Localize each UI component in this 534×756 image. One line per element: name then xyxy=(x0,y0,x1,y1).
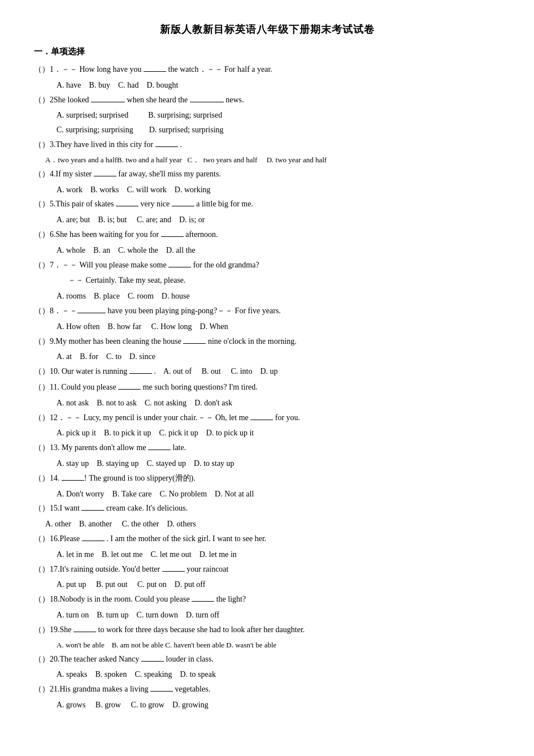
options-14: A. Don't worry B. Take care C. No proble… xyxy=(57,487,500,501)
question-9: （）9.My mother has been cleaning the hous… xyxy=(34,335,500,348)
question-14: （）14. ! The ground is too slippery(滑的). xyxy=(34,472,500,485)
options-17: A. put up B. put out C. put on D. put of… xyxy=(57,578,500,591)
options-1: A. have B. buy C. had D. bought xyxy=(57,79,500,92)
options-15: A. other B. another C. the other D. othe… xyxy=(45,517,500,531)
options-13: A. stay up B. staying up C. stayed up D.… xyxy=(57,457,500,470)
question-12: （）12．－－ Lucy, my pencil is under your ch… xyxy=(34,411,500,425)
options-6: A. whole B. an C. whole the D. all the xyxy=(57,244,500,257)
question-10: （）10. Our water is running . A. out of B… xyxy=(34,365,500,378)
options-12: A. pick up it B. to pick it up C. pick i… xyxy=(57,426,500,440)
question-13: （）13. My parents don't allow me late. xyxy=(34,441,500,455)
question-19: （）19.She to work for three days because … xyxy=(34,623,500,637)
question-3: （）3.They have lived in this city for . xyxy=(34,138,500,152)
question-18: （）18.Nobody is in the room. Could you pl… xyxy=(34,593,500,606)
question-7: （）7．－－ Will you please make some for the… xyxy=(34,258,500,272)
question-7-sub: －－ Certainly. Take my seat, please. xyxy=(68,274,500,287)
question-17: （）17.It's raining outside. You'd better … xyxy=(34,563,500,576)
options-2a: A. surprised; surprised B. surprising; s… xyxy=(57,109,500,122)
page-title: 新版人教新目标英语八年级下册期末考试试卷 xyxy=(34,23,500,36)
question-21: （）21.His grandma makes a living vegetabl… xyxy=(34,682,500,696)
question-5: （）5.This pair of skates very nice a litt… xyxy=(34,197,500,211)
question-20: （）20.The teacher asked Nancy louder in c… xyxy=(34,653,500,666)
question-8: （）8．－－ have you been playing ping-pong?－… xyxy=(34,304,500,318)
options-3: A．two years and a halfB. two and a half … xyxy=(45,154,500,166)
options-16: A. let in me B. let out me C. let me out… xyxy=(57,548,500,561)
question-2: （）2She looked when she heard the news. xyxy=(34,93,500,107)
options-2b: C. surprising; surprising D. surprised; … xyxy=(57,123,500,137)
options-21: A. grows B. grow C. to grow D. growing xyxy=(57,698,500,712)
options-11: A. not ask B. not to ask C. not asking D… xyxy=(57,396,500,410)
question-11: （）11. Could you please me such boring qu… xyxy=(34,381,500,394)
options-9: A. at B. for C. to D. since xyxy=(57,350,500,364)
question-15: （）15.I want cream cake. It's delicious. xyxy=(34,502,500,515)
question-4: （）4.If my sister far away, she'll miss m… xyxy=(34,167,500,181)
options-7: A. rooms B. place C. room D. house xyxy=(57,290,500,303)
question-16: （）16.Please . I am the mother of the sic… xyxy=(34,532,500,546)
options-8: A. How often B. how far C. How long D. W… xyxy=(57,320,500,334)
options-5: A. are; but B. is; but C. are; and D. is… xyxy=(57,213,500,227)
question-6: （）6.She has been waiting for you for aft… xyxy=(34,228,500,241)
options-20: A. speaks B. spoken C. speaking D. to sp… xyxy=(57,668,500,681)
section-title: 一．单项选择 xyxy=(34,46,500,57)
options-18: A. turn on B. turn up C. turn down D. tu… xyxy=(57,608,500,622)
options-4: A. work B. works C. will work D. working xyxy=(57,183,500,197)
options-19: A. won't be able B. am not be able C. ha… xyxy=(57,639,500,651)
question-1: （）1．－－ How long have you the watch．－－ Fo… xyxy=(34,63,500,76)
